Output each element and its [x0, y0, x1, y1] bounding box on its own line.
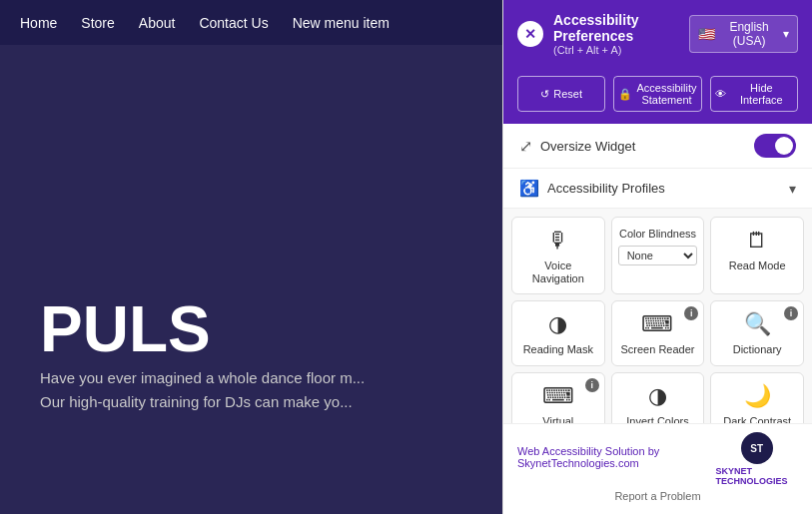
profile-icon: ♿ [519, 179, 539, 198]
invert-colors-label: Invert Colors [626, 415, 688, 423]
skynet-link[interactable]: Web Accessibility Solution by SkynetTech… [517, 445, 715, 469]
screen-reader-info-icon: i [684, 306, 698, 320]
oversize-widget-row: ⤢ Oversize Widget [503, 124, 812, 169]
read-mode-icon: 🗒 [746, 228, 768, 254]
option-invert-colors[interactable]: ◑ Invert Colors [611, 372, 705, 423]
reading-mask-label: Reading Mask [523, 343, 593, 356]
reset-button[interactable]: ↺ Reset [517, 76, 605, 112]
read-mode-label: Read Mode [729, 259, 786, 272]
hero-section: PULS Have you ever imagined a whole danc… [40, 292, 365, 414]
panel-toolbar: ↺ Reset 🔒 Accessibility Statement 👁 Hide… [503, 68, 812, 124]
hide-interface-button[interactable]: 👁 Hide Interface [710, 76, 798, 112]
language-button[interactable]: 🇺🇸 English (USA) ▾ [689, 15, 798, 53]
nav-home[interactable]: Home [20, 15, 57, 31]
dictionary-info-icon: i [784, 306, 798, 320]
option-virtual-keyboard[interactable]: i ⌨ Virtual Keyboard [511, 372, 605, 423]
panel-shortcut: (Ctrl + Alt + A) [553, 44, 689, 56]
reading-mask-icon: ◑ [548, 311, 567, 337]
screen-reader-label: Screen Reader [620, 343, 694, 356]
profiles-label: Accessibility Profiles [547, 181, 665, 196]
dictionary-label: Dictionary [733, 343, 782, 356]
nav-about[interactable]: About [139, 15, 176, 31]
profiles-chevron-icon: ▾ [789, 181, 796, 197]
dictionary-icon: 🔍 [744, 311, 771, 337]
accessibility-panel: ✕ Accessibility Preferences (Ctrl + Alt … [502, 0, 812, 514]
option-dark-contrast[interactable]: 🌙 Dark Contrast [710, 372, 804, 423]
chevron-down-icon: ▾ [783, 27, 789, 41]
nav-contact[interactable]: Contact Us [199, 15, 268, 31]
screen-reader-icon: ⌨ [641, 311, 673, 337]
voice-navigation-icon: 🎙 [547, 228, 569, 254]
nav-new-menu[interactable]: New menu item [293, 15, 390, 31]
close-button[interactable]: ✕ [517, 21, 543, 47]
option-screen-reader[interactable]: i ⌨ Screen Reader [611, 300, 705, 365]
dark-contrast-icon: 🌙 [744, 383, 771, 409]
reset-icon: ↺ [540, 88, 549, 101]
virtual-keyboard-label: Virtual Keyboard [518, 415, 598, 423]
panel-title-block: Accessibility Preferences (Ctrl + Alt + … [553, 12, 689, 56]
nav-store[interactable]: Store [81, 15, 114, 31]
virtual-keyboard-info-icon: i [585, 378, 599, 392]
option-voice-navigation[interactable]: 🎙 Voice Navigation [511, 217, 605, 294]
option-read-mode[interactable]: 🗒 Read Mode [710, 217, 804, 294]
color-blindness-label: Color Blindness [619, 228, 696, 240]
invert-colors-icon: ◑ [648, 383, 667, 409]
panel-title: Accessibility Preferences [553, 12, 689, 44]
hero-title: PULS [40, 292, 365, 366]
oversize-toggle[interactable] [754, 134, 796, 158]
panel-header: ✕ Accessibility Preferences (Ctrl + Alt … [503, 0, 812, 68]
profiles-row[interactable]: ♿ Accessibility Profiles ▾ [503, 169, 812, 209]
voice-navigation-label: Voice Navigation [518, 259, 598, 285]
option-color-blindness[interactable]: Color Blindness None Protanopia Deuteran… [611, 217, 705, 294]
skynet-badge: ST [741, 432, 773, 464]
statement-icon: 🔒 [618, 88, 632, 101]
flag-icon: 🇺🇸 [698, 26, 715, 42]
report-problem-button[interactable]: Report a Problem [517, 486, 798, 506]
lang-label: English (USA) [720, 20, 778, 48]
skynet-logo: ST SKYNET TECHNOLOGIES [715, 432, 798, 486]
option-reading-mask[interactable]: ◑ Reading Mask [511, 300, 605, 365]
accessibility-statement-button[interactable]: 🔒 Accessibility Statement [613, 76, 701, 112]
resize-icon: ⤢ [519, 137, 532, 156]
options-grid: 🎙 Voice Navigation Color Blindness None … [503, 209, 812, 423]
oversize-label: Oversize Widget [540, 139, 635, 154]
option-dictionary[interactable]: i 🔍 Dictionary [710, 300, 804, 365]
panel-footer: Web Accessibility Solution by SkynetTech… [503, 423, 812, 514]
hero-subtitle: Have you ever imagined a whole dance flo… [40, 366, 365, 414]
dark-contrast-label: Dark Contrast [723, 415, 791, 423]
virtual-keyboard-icon: ⌨ [542, 383, 574, 409]
skynet-label: SKYNET TECHNOLOGIES [715, 466, 798, 486]
color-blindness-select[interactable]: None Protanopia Deuteranopia Tritanopia [618, 246, 698, 265]
panel-body: ⤢ Oversize Widget ♿ Accessibility Profil… [503, 124, 812, 423]
hide-icon: 👁 [715, 88, 726, 100]
